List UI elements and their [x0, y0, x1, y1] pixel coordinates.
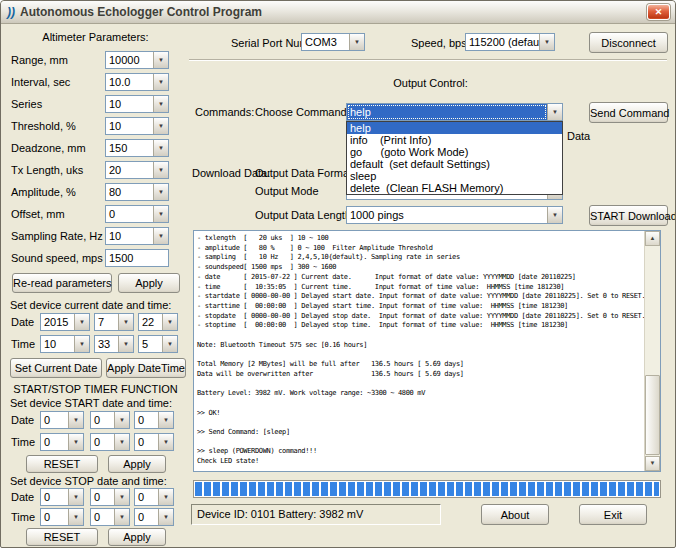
interval-combo[interactable]: 10.0 ▼: [105, 73, 169, 91]
app-window: )) Autonomous Echologger Control Program…: [0, 0, 676, 548]
about-button[interactable]: About: [481, 504, 549, 525]
chevron-down-icon[interactable]: ▼: [153, 52, 168, 68]
terminal-scrollbar[interactable]: ▲ ▼: [644, 231, 660, 471]
chevron-down-icon[interactable]: ▼: [153, 228, 168, 244]
tx-length-combo[interactable]: 20 ▼: [105, 161, 169, 179]
chevron-down-icon[interactable]: ▼: [158, 489, 173, 505]
current-hour-combo[interactable]: 10 ▼: [40, 335, 90, 353]
exit-button[interactable]: Exit: [579, 504, 647, 525]
output-data-length-combo[interactable]: 1000 pings ▼: [346, 206, 563, 224]
chevron-down-icon[interactable]: ▼: [349, 34, 364, 50]
chevron-down-icon[interactable]: ▼: [68, 412, 83, 428]
stop-year-combo[interactable]: 0 ▼: [40, 488, 84, 506]
sound-speed-row: Sound speed, mps: [4, 249, 187, 269]
chevron-down-icon[interactable]: ▼: [153, 74, 168, 90]
progress-fill: [195, 482, 659, 496]
chevron-down-icon[interactable]: ▼: [539, 34, 554, 50]
start-date-row: Date 0 ▼ 0 ▼ 0 ▼: [4, 411, 187, 431]
sound-speed-input[interactable]: [105, 249, 169, 267]
scrollbar-track[interactable]: [645, 246, 660, 456]
apply-datetime-button[interactable]: Apply DateTime: [106, 358, 186, 378]
dropdown-option-help[interactable]: help: [347, 122, 562, 134]
amplitude-combo[interactable]: 80 ▼: [105, 183, 169, 201]
range-combo[interactable]: 10000 ▼: [105, 51, 169, 69]
chevron-down-icon[interactable]: ▼: [153, 206, 168, 222]
chevron-down-icon[interactable]: ▼: [68, 434, 83, 450]
window-title: Autonomous Echologger Control Program: [20, 5, 262, 19]
stop-hour-combo[interactable]: 0 ▼: [40, 508, 84, 526]
start-apply-button[interactable]: Apply: [108, 455, 166, 473]
scroll-up-icon[interactable]: ▲: [645, 231, 660, 246]
threshold-combo[interactable]: 10 ▼: [105, 117, 169, 135]
chevron-down-icon[interactable]: ▼: [114, 412, 129, 428]
current-second-combo[interactable]: 5 ▼: [138, 335, 178, 353]
terminal-output[interactable]: - txlength [ 20 uks ] 10 ~ 100 - amplitu…: [193, 230, 661, 472]
reread-parameters-button[interactable]: Re-read parameters: [12, 273, 112, 293]
chevron-down-icon[interactable]: ▼: [68, 509, 83, 525]
chevron-down-icon[interactable]: ▼: [162, 336, 177, 352]
chevron-down-icon[interactable]: ▼: [118, 336, 133, 352]
disconnect-button[interactable]: Disconnect: [589, 32, 668, 53]
chevron-down-icon[interactable]: ▼: [162, 314, 177, 330]
stop-minute-combo[interactable]: 0 ▼: [90, 508, 130, 526]
start-second-combo[interactable]: 0 ▼: [134, 433, 174, 451]
apply-parameters-button[interactable]: Apply: [118, 273, 180, 293]
current-month-combo[interactable]: 7 ▼: [94, 313, 134, 331]
scroll-down-icon[interactable]: ▼: [645, 456, 660, 471]
chevron-down-icon[interactable]: ▼: [153, 162, 168, 178]
stop-apply-button[interactable]: Apply: [108, 528, 166, 546]
chevron-down-icon[interactable]: ▼: [158, 509, 173, 525]
start-hour-combo[interactable]: 0 ▼: [40, 433, 84, 451]
start-minute-combo[interactable]: 0 ▼: [90, 433, 130, 451]
chevron-down-icon[interactable]: ▼: [158, 434, 173, 450]
start-reset-button[interactable]: RESET: [26, 455, 98, 473]
chevron-down-icon[interactable]: ▼: [153, 184, 168, 200]
close-button[interactable]: ✕: [647, 4, 670, 20]
command-combo[interactable]: help ▼: [346, 103, 563, 121]
speed-combo[interactable]: 115200 (default) ▼: [465, 33, 555, 51]
chevron-down-icon[interactable]: ▼: [74, 314, 89, 330]
deadzone-combo[interactable]: 150 ▼: [105, 139, 169, 157]
param-row: Interval, sec 10.0 ▼: [4, 73, 187, 93]
current-minute-combo[interactable]: 33 ▼: [94, 335, 134, 353]
current-year-combo[interactable]: 2015 ▼: [40, 313, 90, 331]
chevron-down-icon[interactable]: ▼: [547, 207, 562, 223]
dropdown-option-info[interactable]: info (Print Info): [347, 134, 562, 146]
offset-combo[interactable]: 0 ▼: [105, 205, 169, 223]
dropdown-option-delete[interactable]: delete (Clean FLASH Memory): [347, 182, 562, 194]
chevron-down-icon[interactable]: ▼: [158, 412, 173, 428]
current-day-combo[interactable]: 22 ▼: [138, 313, 178, 331]
chevron-down-icon[interactable]: ▼: [68, 489, 83, 505]
dropdown-option-default[interactable]: default (set default Settings): [347, 158, 562, 170]
stop-day-combo[interactable]: 0 ▼: [134, 488, 174, 506]
chevron-down-icon[interactable]: ▼: [74, 336, 89, 352]
start-year-combo[interactable]: 0 ▼: [40, 411, 84, 429]
chevron-down-icon[interactable]: ▼: [114, 434, 129, 450]
chevron-down-icon[interactable]: ▼: [118, 314, 133, 330]
scrollbar-thumb[interactable]: [645, 375, 660, 455]
stop-second-combo[interactable]: 0 ▼: [134, 508, 174, 526]
chevron-down-icon[interactable]: ▼: [153, 140, 168, 156]
device-status-text: Device ID: 0101 Battery: 3982 mV: [197, 508, 363, 520]
start-download-button[interactable]: START Download: [589, 205, 668, 226]
start-month-combo[interactable]: 0 ▼: [90, 411, 130, 429]
title-bar[interactable]: )) Autonomous Echologger Control Program…: [1, 1, 675, 24]
dropdown-option-go[interactable]: go (goto Work Mode): [347, 146, 562, 158]
output-mode-label: Output Mode: [255, 185, 319, 197]
serial-port-combo[interactable]: COM3 ▼: [301, 33, 365, 51]
sampling-rate-combo[interactable]: 10 ▼: [105, 227, 169, 245]
chevron-down-icon[interactable]: ▼: [114, 509, 129, 525]
stop-reset-button[interactable]: RESET: [26, 528, 98, 546]
start-day-combo[interactable]: 0 ▼: [134, 411, 174, 429]
chevron-down-icon[interactable]: ▼: [114, 489, 129, 505]
dropdown-option-sleep[interactable]: sleep: [347, 170, 562, 182]
set-current-date-button[interactable]: Set Current Date: [10, 358, 102, 378]
send-command-button[interactable]: Send Command: [589, 102, 668, 123]
chevron-down-icon[interactable]: ▼: [153, 96, 168, 112]
series-combo[interactable]: 10 ▼: [105, 95, 169, 113]
param-row: Range, mm 10000 ▼: [4, 51, 187, 71]
chevron-down-icon[interactable]: ▼: [547, 104, 562, 120]
stop-month-combo[interactable]: 0 ▼: [90, 488, 130, 506]
app-icon[interactable]: )): [7, 4, 15, 20]
chevron-down-icon[interactable]: ▼: [153, 118, 168, 134]
